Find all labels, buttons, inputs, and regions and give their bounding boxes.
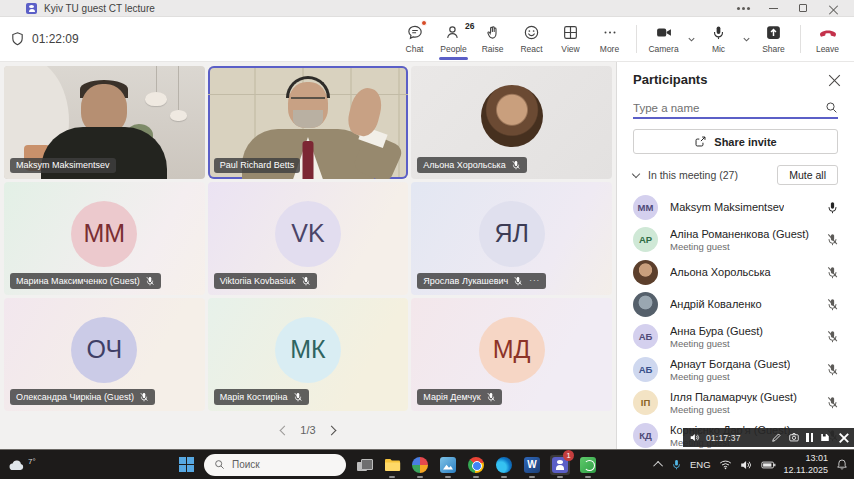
participant-name-chip: Марія Костиріна [214, 389, 309, 405]
battery-icon[interactable] [761, 460, 776, 470]
weather-temp: 7° [28, 457, 36, 466]
initials-avatar: ІП [633, 390, 658, 415]
folder-icon [384, 458, 401, 472]
recorder-pause-icon[interactable] [806, 433, 813, 442]
more-dots-icon [602, 24, 618, 41]
react-button[interactable]: React [513, 18, 550, 60]
share-invite-button[interactable]: Share invite [633, 129, 838, 154]
react-smiley-icon [523, 24, 540, 41]
initials-avatar: ММ [633, 195, 658, 220]
mic-off-icon[interactable] [826, 233, 839, 246]
participant-row[interactable]: Альона Хорольська [617, 256, 854, 288]
recorder-stop-icon[interactable] [839, 433, 848, 442]
mic-off-icon[interactable] [826, 363, 839, 376]
people-button[interactable]: 26 People [435, 18, 472, 60]
minimize-button[interactable] [758, 0, 788, 16]
close-button[interactable] [818, 0, 848, 16]
panel-close-icon[interactable] [828, 74, 840, 86]
mic-off-icon [139, 392, 149, 402]
participant-search-input[interactable] [633, 102, 825, 114]
wifi-icon[interactable] [719, 459, 732, 470]
participant-row[interactable]: Андрій Коваленко [617, 288, 854, 320]
participant-row[interactable]: АБ Анна Бура (Guest) Meeting guest [617, 320, 854, 353]
more-button[interactable]: More [591, 18, 628, 60]
participant-row[interactable]: ММ Maksym Maksimentsev [617, 191, 854, 223]
chat-button[interactable]: Chat [396, 18, 433, 60]
notifications-bell-icon[interactable] [836, 458, 848, 471]
participant-list: ММ Maksym Maksimentsev АР Аліна Романенк… [617, 191, 854, 449]
leave-button[interactable]: Leave [809, 18, 846, 60]
edge-button[interactable] [494, 455, 514, 475]
share-button[interactable]: Share [755, 18, 792, 60]
teams-taskbar-button[interactable]: 1 [550, 455, 570, 475]
start-button[interactable] [176, 455, 196, 475]
taskbar-search[interactable] [204, 454, 346, 476]
designer-app-button[interactable] [410, 455, 430, 475]
view-button[interactable]: View [552, 18, 589, 60]
recorder-app-button[interactable] [578, 455, 598, 475]
mic-off-icon[interactable] [826, 330, 839, 343]
taskbar-weather-widget[interactable]: 7° [8, 458, 36, 472]
participant-search [633, 101, 838, 119]
participant-name: Арнаут Богдана (Guest) [670, 358, 790, 370]
language-indicator[interactable]: ENG [690, 459, 711, 470]
tray-mic-icon[interactable] [671, 458, 682, 471]
initials-avatar: АБ [633, 324, 658, 349]
mic-off-icon[interactable] [826, 266, 839, 279]
video-tile-mariia-k[interactable]: МК Марія Костиріна [208, 298, 409, 411]
react-label: React [520, 44, 542, 54]
tray-overflow-chevron-icon[interactable] [653, 461, 663, 471]
video-tile-oleksandra[interactable]: ОЧ Олександра Чиркіна (Guest) [4, 298, 205, 411]
recorder-volume-icon[interactable] [689, 432, 700, 443]
task-view-button[interactable] [354, 455, 374, 475]
chrome-button[interactable] [466, 455, 486, 475]
initials-avatar: ОЧ [71, 317, 137, 383]
participant-row[interactable]: АР Аліна Романенкова (Guest) Meeting gue… [617, 223, 854, 256]
section-collapse-chevron-icon[interactable] [632, 170, 640, 178]
participant-row[interactable]: ІП Ілля Паламарчук (Guest) Meeting guest [617, 386, 854, 419]
photos-app-button[interactable] [438, 455, 458, 475]
video-tile-paul-active-speaker[interactable]: Paul Richard Betts [208, 66, 409, 179]
leave-label: Leave [816, 44, 839, 54]
mic-off-icon[interactable] [826, 298, 839, 311]
tray-date: 12.11.2025 [784, 465, 828, 476]
page-next-icon[interactable] [326, 425, 336, 435]
participant-row[interactable]: АБ Арнаут Богдана (Guest) Meeting guest [617, 353, 854, 386]
video-tile-mariia-d[interactable]: МД Марія Демчук [411, 298, 612, 411]
taskbar-search-input[interactable] [232, 459, 332, 470]
video-tile-maryna[interactable]: ММ Марина Максимченко (Guest) [4, 182, 205, 295]
participant-role: Meeting guest [670, 371, 790, 382]
clock-widget[interactable]: 13:01 12.11.2025 [784, 453, 828, 476]
page-previous-icon[interactable] [280, 425, 290, 435]
recorder-save-icon[interactable] [819, 432, 831, 443]
video-tile-maksym[interactable]: Maksym Maksimentsev [4, 66, 205, 179]
video-tile-yaroslav[interactable]: ЯЛ Ярослав Лукашевич ··· [411, 182, 612, 295]
tray-time: 13:01 [784, 453, 828, 464]
mic-button[interactable]: Mic [700, 18, 737, 60]
recorder-screenshot-icon[interactable] [788, 432, 800, 443]
video-tile-viktoriia[interactable]: VK Viktoriia Kovbasiuk [208, 182, 409, 295]
participant-name: Анна Бура (Guest) [670, 325, 763, 337]
camera-button[interactable]: Camera [645, 18, 682, 60]
mic-off-icon [511, 160, 521, 170]
mute-all-button[interactable]: Mute all [777, 165, 838, 185]
video-tile-alona[interactable]: Альона Хорольська [411, 66, 612, 179]
share-invite-label: Share invite [714, 136, 776, 148]
meeting-timer: 01:22:09 [10, 31, 79, 47]
word-button[interactable]: W [522, 455, 542, 475]
mic-options-chevron[interactable] [739, 18, 753, 60]
mic-on-icon[interactable] [826, 201, 839, 214]
mic-off-icon[interactable] [826, 396, 839, 409]
raise-hand-button[interactable]: Raise [474, 18, 511, 60]
window-title: Kyiv TU guest CT lecture [44, 3, 155, 14]
camera-options-chevron[interactable] [684, 18, 698, 60]
maximize-button[interactable] [788, 0, 818, 16]
volume-icon[interactable] [740, 459, 753, 471]
recorder-draw-icon[interactable] [771, 432, 782, 443]
window-more-button[interactable] [728, 0, 758, 16]
tile-more-icon[interactable]: ··· [529, 277, 540, 285]
file-explorer-button[interactable] [382, 455, 402, 475]
gallery-pager: 1/3 [0, 411, 616, 449]
in-meeting-count-label: In this meeting (27) [648, 169, 738, 181]
recording-time: 01:17:37 [706, 433, 741, 443]
